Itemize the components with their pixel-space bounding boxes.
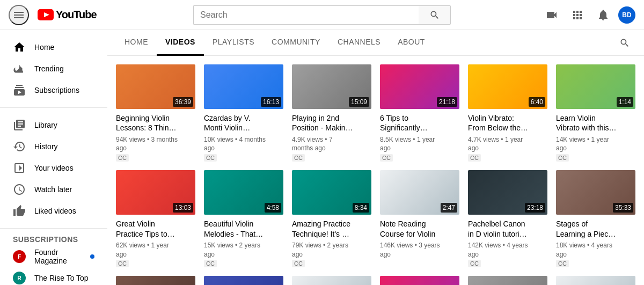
youtube-logo-icon xyxy=(38,9,54,20)
videos-section: 36:39 Beginning Violin Lessons: 8 Things… xyxy=(107,56,644,285)
video-details: Note Reading Course for Violin 146K view… xyxy=(380,219,442,259)
video-meta: 4.9K views • 7 months ago xyxy=(292,135,354,154)
video-card[interactable]: 35:33 Stages of Learning a Piece of Musi… xyxy=(556,170,635,267)
history-icon xyxy=(13,140,26,153)
apps-button[interactable] xyxy=(567,4,588,26)
video-menu-dots[interactable]: ⋮ xyxy=(184,114,194,162)
video-duration: 16:13 xyxy=(261,97,281,107)
video-card[interactable]: 24:09 Violin practice routine ⋮ xyxy=(380,276,459,285)
video-menu-dots[interactable]: ⋮ xyxy=(624,114,634,162)
video-menu-dots[interactable]: ⋮ xyxy=(624,220,634,267)
notifications-button[interactable] xyxy=(592,4,614,26)
channel-search-button[interactable] xyxy=(614,32,635,54)
video-thumbnail: 24:09 xyxy=(380,276,459,285)
video-menu-dots[interactable]: ⋮ xyxy=(448,114,458,162)
your-videos-icon xyxy=(13,162,26,174)
videos-grid-row2: 13:03 Great Violin Practice Tips to Play… xyxy=(116,170,635,267)
video-meta: 15K views • 2 years ago xyxy=(204,241,266,259)
video-info: Learn Violin Vibrato with this Guided Me… xyxy=(556,113,635,162)
video-title: Amazing Practice Technique! It's my favo… xyxy=(292,219,354,238)
video-title: Note Reading Course for Violin xyxy=(380,219,442,238)
subscriptions-section-title: SUBSCRIPTIONS xyxy=(0,235,107,244)
search-container xyxy=(193,5,451,25)
video-card[interactable]: 36:39 Beginning Violin Lessons: 8 Things… xyxy=(116,64,195,162)
video-menu-dots[interactable]: ⋮ xyxy=(536,114,546,162)
video-card[interactable]: 31:01 This is called 'Finger M... ⋮ xyxy=(204,276,283,285)
video-card[interactable]: 8:34 Amazing Practice Technique! It's my… xyxy=(292,170,371,267)
video-details: Stages of Learning a Piece of Music (Eng… xyxy=(556,219,618,267)
video-meta: 4.7K views • 1 year ago xyxy=(468,135,530,154)
video-menu-dots[interactable]: ⋮ xyxy=(360,220,370,267)
hamburger-button[interactable] xyxy=(9,5,29,25)
video-details: Beginning Violin Lessons: 8 Things I Wis… xyxy=(116,113,178,162)
video-cc-badge: CC xyxy=(116,154,129,162)
video-duration: 13:03 xyxy=(173,203,193,213)
sidebar-item-watch-later[interactable]: Watch later xyxy=(0,179,107,200)
video-thumbnail: 12:34 xyxy=(292,276,371,285)
video-card[interactable]: 6:40 Violin Vibrato: From Below the Pitc… xyxy=(468,64,547,162)
logo[interactable]: YouTube xyxy=(38,9,97,21)
video-title: Beautiful Violin Melodies - That Anyone … xyxy=(204,219,266,238)
tab-home[interactable]: HOME xyxy=(116,30,157,56)
sidebar-item-library[interactable]: Library xyxy=(0,114,107,136)
sidebar-item-trending-label: Trending xyxy=(34,64,64,73)
search-input[interactable] xyxy=(193,5,419,25)
video-card[interactable]: 13:03 Great Violin Practice Tips to Play… xyxy=(116,170,195,267)
video-menu-dots[interactable]: ⋮ xyxy=(184,220,194,267)
logo-text: YouTube xyxy=(56,9,97,21)
video-card[interactable]: 2:47 Note Reading Course for Violin 146K… xyxy=(380,170,459,267)
sidebar-item-foundr[interactable]: F Foundr Magazine xyxy=(0,246,107,267)
video-details: 6 Tips to Significantly Improve Your Int… xyxy=(380,113,442,162)
trending-icon xyxy=(13,62,26,75)
sidebar-item-liked-videos[interactable]: Liked videos xyxy=(0,200,107,222)
sidebar-item-home[interactable]: Home xyxy=(0,36,107,58)
video-card[interactable]: 4:58 Beautiful Violin Melodies - That An… xyxy=(204,170,283,267)
video-details: Amazing Practice Technique! It's my favo… xyxy=(292,219,354,267)
video-details: Great Violin Practice Tips to Play FASTE… xyxy=(116,219,178,267)
video-duration: 15:09 xyxy=(349,97,369,107)
sidebar-item-trending[interactable]: Trending xyxy=(0,58,107,79)
watch-later-icon xyxy=(13,183,26,196)
upload-button[interactable] xyxy=(541,4,562,26)
sidebar-item-history[interactable]: History xyxy=(0,136,107,157)
tab-playlists[interactable]: PLAYLISTS xyxy=(204,30,263,56)
video-details: Learn Violin Vibrato with this Guided Me… xyxy=(556,113,618,162)
video-card[interactable]: 16:13 Czardas by V. Monti Violin tutoria… xyxy=(204,64,283,162)
avatar[interactable]: BD xyxy=(618,6,635,24)
video-thumbnail: 36:39 xyxy=(116,64,195,109)
video-thumbnail: 2:47 xyxy=(380,170,459,215)
video-cc-badge: CC xyxy=(292,154,305,162)
tab-videos[interactable]: VIDEOS xyxy=(157,30,204,56)
video-info: Czardas by V. Monti Violin tutorial (Eng… xyxy=(204,113,283,162)
sidebar-item-your-videos[interactable]: Your videos xyxy=(0,157,107,179)
video-card[interactable]: 21:18 6 Tips to Significantly Improve Yo… xyxy=(380,64,459,162)
tab-community[interactable]: COMMUNITY xyxy=(263,30,329,56)
sidebar-item-liked-videos-label: Liked videos xyxy=(34,207,76,215)
video-title: Violin Vibrato: From Below the Pitch to … xyxy=(468,113,530,133)
video-thumbnail: 35:33 xyxy=(556,170,635,215)
sidebar-item-subscriptions[interactable]: Subscriptions xyxy=(0,79,107,101)
search-icon xyxy=(429,10,440,20)
video-menu-dots[interactable]: ⋮ xyxy=(448,220,458,259)
video-card[interactable]: 31:29 Advanced violin technique ⋮ xyxy=(556,276,635,285)
home-icon xyxy=(13,41,26,54)
tab-about[interactable]: ABOUT xyxy=(389,30,434,56)
video-title: Beginning Violin Lessons: 8 Things I Wis… xyxy=(116,113,178,133)
video-menu-dots[interactable]: ⋮ xyxy=(272,220,282,267)
video-menu-dots[interactable]: ⋮ xyxy=(272,114,282,162)
video-card[interactable]: 23:18 Pachelbel Canon in D violin tutori… xyxy=(468,170,547,267)
video-menu-dots[interactable]: ⋮ xyxy=(360,114,370,162)
video-card[interactable]: 15:09 Playing in 2nd Position - Making i… xyxy=(292,64,371,162)
video-card[interactable]: 12:34 Violin Lab sheet music piece ⋮ xyxy=(292,276,371,285)
tab-channels[interactable]: CHANNELS xyxy=(329,30,389,56)
video-card[interactable]: 1:14 Learn Violin Vibrato with this Guid… xyxy=(556,64,635,162)
thumbup-icon xyxy=(13,204,26,217)
video-menu-dots[interactable]: ⋮ xyxy=(536,220,546,267)
video-card[interactable]: 5:26 Bow Hold and Full Sound... ⋮ xyxy=(116,276,195,285)
sidebar-item-rise-to-top[interactable]: R The Rise To Top xyxy=(0,267,107,285)
search-button[interactable] xyxy=(419,5,451,25)
video-card[interactable]: 20:29 Reading sheet music for violin ⋮ xyxy=(468,276,547,285)
video-thumbnail: 13:03 xyxy=(116,170,195,215)
video-cc-badge: CC xyxy=(556,260,569,267)
video-thumbnail: 16:13 xyxy=(204,64,283,109)
